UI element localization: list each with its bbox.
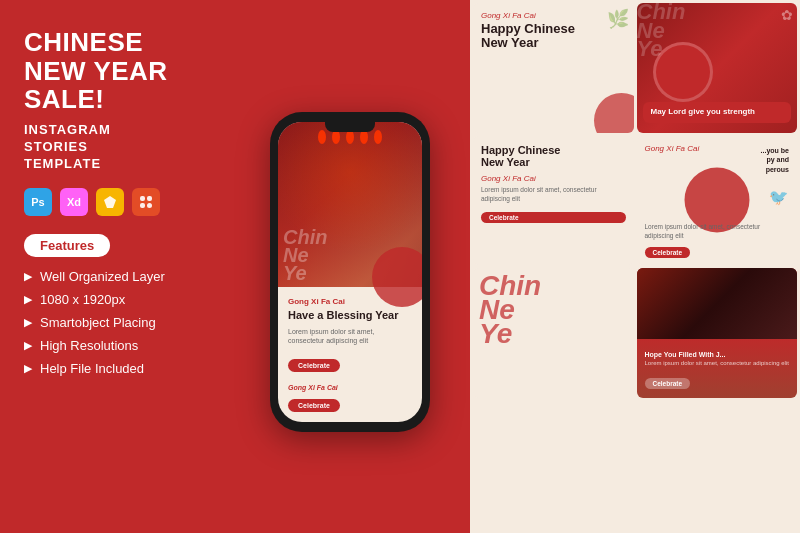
bullet-icon: ▶ xyxy=(24,270,32,283)
card4-extra: ...you bepy andperous xyxy=(761,146,789,175)
phone-image-area: ChinNeYe xyxy=(278,122,422,287)
svg-rect-1 xyxy=(140,196,145,201)
phone-celebrate-button[interactable]: Celebrate xyxy=(288,359,340,372)
story-card-2: ChinNeYe ✿ May Lord give you strength xyxy=(637,3,798,133)
sketch-icon xyxy=(96,188,124,216)
phone-second-btn: Celebrate xyxy=(288,394,412,412)
bullet-icon: ▶ xyxy=(24,293,32,306)
card4-celebrate-btn[interactable]: Celebrate xyxy=(645,247,691,258)
card3-title: Happy Chinese New Year xyxy=(481,144,626,168)
feature-list: ▶ Well Organized Layer ▶ 1080 x 1920px ▶… xyxy=(24,269,206,376)
subtitle: INSTAGRAM STORIES TEMPLATE xyxy=(24,122,206,173)
main-title: CHINESE NEW YEAR SALE! xyxy=(24,28,206,114)
phone-card-text: Lorem ipsum dolor sit amet, consectetur … xyxy=(288,327,412,347)
phone-bottom-gong-label: Gong Xi Fa Cai xyxy=(288,384,412,391)
xd-icon: Xd xyxy=(60,188,88,216)
phone-mockup: ChinNeYe Gong Xi Fa Cai Have a Blessing … xyxy=(270,112,430,432)
story-card-3: Happy Chinese New Year Gong Xi Fa Cai Lo… xyxy=(473,136,634,266)
card3-celebrate-btn[interactable]: Celebrate xyxy=(481,212,626,223)
story-card-6: Hope You Filled With J... Lorem ipsum do… xyxy=(637,268,798,398)
card4-text: Lorem ipsum dolor sit amet, consectetur … xyxy=(645,222,790,240)
phone-notch xyxy=(325,122,375,132)
phone-bottom-gong: Gong Xi Fa Cai Celebrate xyxy=(278,380,422,416)
app-icons: Ps Xd xyxy=(24,188,206,216)
bullet-icon: ▶ xyxy=(24,362,32,375)
bird-icon: 🐦 xyxy=(768,186,791,208)
svg-marker-0 xyxy=(104,196,116,208)
card2-blessing-text: May Lord give you strength xyxy=(651,107,784,117)
story-card-4: Gong Xi Fa Cai Lorem ipsum dolor sit ame… xyxy=(637,136,798,266)
bullet-icon: ▶ xyxy=(24,339,32,352)
phone-screen: ChinNeYe Gong Xi Fa Cai Have a Blessing … xyxy=(278,122,422,422)
svg-rect-3 xyxy=(140,203,145,208)
right-panel: Gong Xi Fa Cai Happy Chinese New Year 🌿 … xyxy=(470,0,800,533)
card1-title: Happy Chinese New Year xyxy=(481,22,626,51)
card3-text: Lorem ipsum dolor sit amet, consectetur … xyxy=(481,185,626,203)
left-panel: CHINESE NEW YEAR SALE! INSTAGRAM STORIES… xyxy=(0,0,230,533)
features-label: Features xyxy=(24,234,110,257)
phone-card-title: Have a Blessing Year xyxy=(288,309,412,322)
card6-title: Hope You Filled With J... xyxy=(645,351,790,358)
feature-item-4: ▶ High Resolutions xyxy=(24,338,206,353)
svg-rect-2 xyxy=(147,196,152,201)
features-box: Features ▶ Well Organized Layer ▶ 1080 x… xyxy=(24,234,206,376)
photoshop-icon: Ps xyxy=(24,188,52,216)
svg-point-4 xyxy=(147,203,152,208)
center-panel: ChinNeYe Gong Xi Fa Cai Have a Blessing … xyxy=(230,0,470,533)
lanterns xyxy=(278,130,422,144)
card5-calligraphy: ChinNeYe xyxy=(479,274,628,345)
card3-gong: Gong Xi Fa Cai xyxy=(481,174,626,183)
feature-item-5: ▶ Help File Included xyxy=(24,361,206,376)
card2-blessing-box: May Lord give you strength xyxy=(643,102,792,122)
story-card-5: ChinNeYe xyxy=(473,268,634,398)
feature-item-2: ▶ 1080 x 1920px xyxy=(24,292,206,307)
card4-btn-wrap: Celebrate xyxy=(645,241,691,259)
feature-item-3: ▶ Smartobject Placing xyxy=(24,315,206,330)
watermark: ChinNeYe xyxy=(283,228,327,282)
card6-content: Hope You Filled With J... Lorem ipsum do… xyxy=(645,351,790,390)
card2-watermark: ChinNeYe xyxy=(637,3,686,59)
card6-image-area xyxy=(637,268,798,339)
card1-circle xyxy=(594,93,634,133)
card2-branch: ✿ xyxy=(781,7,793,23)
card1-gong: Gong Xi Fa Cai xyxy=(481,11,626,20)
card6-text: Lorem ipsum dolor sit amet, consectetur … xyxy=(645,360,790,368)
red-circle-decoration xyxy=(372,247,422,307)
figma-icon xyxy=(132,188,160,216)
bullet-icon: ▶ xyxy=(24,316,32,329)
branch-decoration: 🌿 xyxy=(607,8,629,30)
feature-item-1: ▶ Well Organized Layer xyxy=(24,269,206,284)
story-card-1: Gong Xi Fa Cai Happy Chinese New Year 🌿 xyxy=(473,3,634,133)
card6-celebrate-btn[interactable]: Celebrate xyxy=(645,378,691,389)
